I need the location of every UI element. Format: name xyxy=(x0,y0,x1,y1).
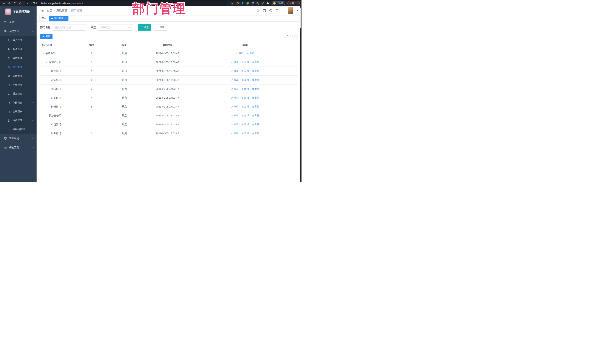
cell-created: 2021-01-05 17:03:47 xyxy=(142,78,192,81)
edit-action-link[interactable]: 修改 xyxy=(231,123,238,126)
edit-action-link[interactable]: 修改 xyxy=(231,87,238,90)
add-action-link[interactable]: 新增 xyxy=(247,52,254,55)
dept-name: 研发部门 xyxy=(51,69,61,73)
table-row: 市场部门1开启2021-01-05 17:03:47修改新增删除 xyxy=(40,120,298,129)
sidebar-item-post[interactable]: 岗位管理 xyxy=(0,72,36,80)
add-action-link[interactable]: 新增 xyxy=(241,78,249,82)
github-icon[interactable] xyxy=(263,9,266,12)
sidebar-item-home[interactable]: 首页 xyxy=(0,17,36,27)
sidebar-item-dept[interactable]: 部门管理 xyxy=(0,63,36,72)
add-action-link[interactable]: 新增 xyxy=(241,69,249,73)
delete-action-link[interactable]: 删除 xyxy=(252,61,260,64)
cell-sort: 4 xyxy=(77,96,106,99)
cell-sort: 2 xyxy=(77,78,106,81)
kebab-menu-icon[interactable] xyxy=(296,2,299,5)
cell-status: 开启 xyxy=(106,123,142,126)
sidebar-item-dev-tools[interactable]: 研发工具 xyxy=(0,143,36,152)
delete-action-link[interactable]: 删除 xyxy=(252,96,260,99)
cell-actions: 修改新增删除 xyxy=(192,114,298,117)
dept-name-input[interactable] xyxy=(52,24,86,31)
browser-home-button[interactable] xyxy=(18,1,23,6)
tree-expand-arrow[interactable] xyxy=(46,61,48,63)
extensions-puzzle-icon[interactable] xyxy=(266,2,269,5)
cell-created: 2021-01-05 17:03:47 xyxy=(142,105,192,108)
browser-update-button[interactable]: 更新 xyxy=(287,1,300,5)
status-select-placeholder: 菜单状态 xyxy=(100,26,110,29)
edit-action-link[interactable]: 修改 xyxy=(231,114,238,117)
app-frame: 芋道管理系统 首页系统管理用户管理角色管理菜单管理部门管理岗位管理字典管理通知公… xyxy=(0,6,302,182)
delete-action-link[interactable]: 删除 xyxy=(252,105,260,108)
sidebar-item-sms[interactable]: 短信管理 xyxy=(0,116,36,125)
browser-reload-button[interactable] xyxy=(13,1,17,6)
edit-action-link[interactable]: 修改 xyxy=(231,69,238,73)
edit-action-link[interactable]: 修改 xyxy=(236,52,244,55)
svg-text:on: on xyxy=(258,3,259,4)
search-icon[interactable] xyxy=(256,9,260,12)
sidebar-logo[interactable]: 芋道管理系统 xyxy=(0,6,36,17)
toggle-search-button[interactable] xyxy=(285,33,290,39)
browser-back-button[interactable] xyxy=(2,1,6,6)
add-action-link[interactable]: 新增 xyxy=(241,123,249,126)
add-action-link[interactable]: 新增 xyxy=(241,87,249,90)
sidebar-item-system[interactable]: 系统管理 xyxy=(0,27,36,36)
close-icon[interactable] xyxy=(64,17,66,19)
add-action-link[interactable]: 新增 xyxy=(241,132,249,135)
edit-action-link[interactable]: 修改 xyxy=(231,61,238,64)
sidebar-collapse-button[interactable] xyxy=(40,8,44,13)
ext-shield-icon[interactable] xyxy=(236,2,239,5)
delete-action-link[interactable]: 删除 xyxy=(252,132,260,135)
ext-key-icon[interactable] xyxy=(261,2,264,5)
tree-expand-arrow[interactable] xyxy=(46,115,48,117)
browser-forward-button[interactable] xyxy=(7,1,12,6)
bookmark-star-icon[interactable] xyxy=(230,1,234,6)
ext-gem-icon[interactable] xyxy=(241,2,244,5)
add-button[interactable]: 新增 xyxy=(40,34,53,39)
sidebar-item-error-code[interactable]: 错误码管理 xyxy=(0,125,36,134)
ext-proxy-icon[interactable]: on xyxy=(256,2,259,5)
edit-action-link[interactable]: 修改 xyxy=(231,105,238,108)
add-action-link[interactable]: 新增 xyxy=(241,96,249,99)
cell-sort: 3 xyxy=(77,88,106,90)
avatar[interactable] xyxy=(288,7,293,14)
sidebar-item-online-user[interactable]: 在线用户 xyxy=(0,107,36,116)
sidebar-item-user[interactable]: 用户管理 xyxy=(0,36,36,45)
add-action-link[interactable]: 新增 xyxy=(241,114,249,117)
sidebar-item-notice[interactable]: 通知公告 xyxy=(0,89,36,98)
breadcrumb-item[interactable]: 系统管理 xyxy=(56,9,67,12)
add-action-link[interactable]: 新增 xyxy=(241,61,249,64)
address-bar[interactable]: 不安全 dashboard.yudao.iocoder.cn/system/de… xyxy=(24,1,228,6)
add-action-link[interactable]: 新增 xyxy=(241,105,249,108)
cell-dept-name: 深圳总公司 xyxy=(40,61,77,64)
ext-grid-icon[interactable] xyxy=(251,2,254,5)
sidebar-item-role[interactable]: 角色管理 xyxy=(0,45,36,54)
sidebar-item-dict[interactable]: 字典管理 xyxy=(0,80,36,89)
sidebar-item-menu[interactable]: 菜单管理 xyxy=(0,54,36,63)
app-title: 芋道管理系统 xyxy=(13,10,30,13)
tab-dept[interactable]: 部门管理 xyxy=(49,16,69,21)
edit-action-link[interactable]: 修改 xyxy=(231,132,238,135)
sidebar-item-label: 字典管理 xyxy=(13,83,22,87)
help-icon[interactable] xyxy=(269,9,272,12)
breadcrumb-item[interactable]: 首页 xyxy=(47,9,52,12)
sidebar-item-audit-log[interactable]: 审计日志 xyxy=(0,98,36,107)
chevron-down-icon[interactable] xyxy=(297,10,299,12)
status-select[interactable]: 菜单状态 xyxy=(98,24,133,31)
profile-paused-badge[interactable]: 已暂停 xyxy=(272,1,285,5)
fullscreen-icon[interactable] xyxy=(276,9,279,12)
font-size-icon[interactable] xyxy=(282,9,285,12)
edit-action-link[interactable]: 修改 xyxy=(231,96,238,99)
tab-home[interactable]: 首页 xyxy=(39,16,48,21)
ext-check-icon[interactable] xyxy=(246,2,249,5)
search-button[interactable]: 搜索 xyxy=(138,24,151,31)
delete-action-link[interactable]: 删除 xyxy=(252,87,260,90)
delete-action-link[interactable]: 删除 xyxy=(252,114,260,117)
scrollbar-thumb[interactable] xyxy=(300,7,301,28)
delete-action-link[interactable]: 删除 xyxy=(252,69,260,73)
edit-action-link[interactable]: 修改 xyxy=(231,78,238,82)
tree-expand-arrow[interactable] xyxy=(42,52,44,55)
delete-action-link[interactable]: 删除 xyxy=(252,123,260,126)
reset-button[interactable]: 重置 xyxy=(153,24,167,31)
sidebar-item-infra[interactable]: 基础设施 xyxy=(0,134,36,143)
delete-action-link[interactable]: 删除 xyxy=(252,78,260,82)
refresh-table-button[interactable] xyxy=(292,33,298,39)
